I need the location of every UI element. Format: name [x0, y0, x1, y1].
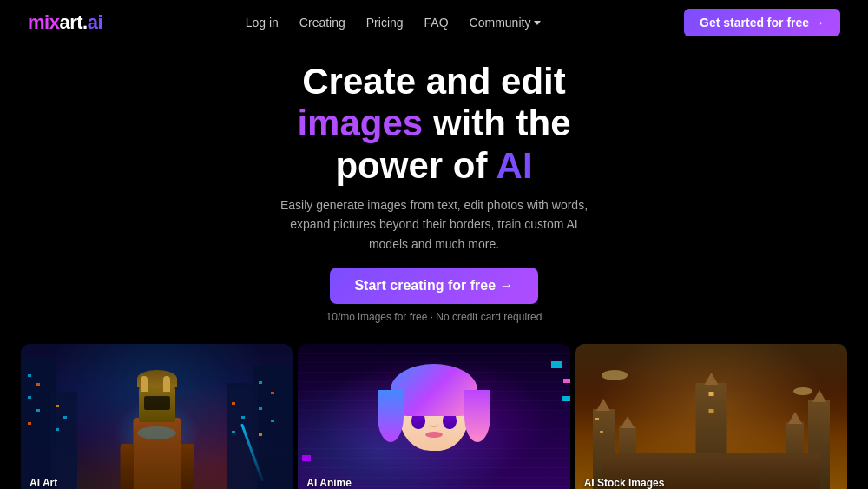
hero-headline: Create and edit images with the power of… — [17, 61, 851, 187]
logo-mix: mix — [28, 11, 59, 33]
samurai-helmet — [139, 383, 175, 422]
building-2 — [51, 392, 77, 489]
gallery-label-ai-art: AI Art — [30, 477, 57, 489]
building-4 — [227, 383, 258, 489]
gallery-item-ai-anime[interactable]: AI Anime — [298, 344, 569, 489]
hero-section: Create and edit images with the power of… — [0, 45, 868, 332]
gallery-label-ai-anime: AI Anime — [306, 477, 352, 489]
logo[interactable]: mixart.ai — [28, 11, 102, 34]
community-chevron-down-icon[interactable] — [534, 21, 541, 25]
get-started-button[interactable]: Get started for free → — [684, 9, 840, 36]
hero-note: 10/mo images for free · No credit card r… — [17, 311, 851, 323]
airship-2 — [793, 387, 812, 395]
building-1 — [21, 357, 56, 489]
headline-ai: AI — [496, 145, 533, 186]
nav-links: Log in Creating Pricing FAQ Community — [246, 15, 542, 30]
headline-part2: with the — [433, 102, 571, 143]
gallery-item-ai-art[interactable]: AI Art — [21, 344, 293, 489]
headline-part1: Create and edit — [302, 61, 565, 102]
nav-community[interactable]: Community — [470, 16, 531, 30]
logo-art: art — [59, 11, 82, 33]
nav-login[interactable]: Log in — [246, 16, 279, 30]
airship-1 — [602, 370, 628, 380]
gallery-label-ai-stock: AI Stock Images — [584, 477, 665, 489]
gallery-item-ai-stock[interactable]: AI Stock Images — [575, 344, 847, 489]
nav-pricing[interactable]: Pricing — [366, 16, 404, 30]
samurai-body — [133, 418, 181, 489]
anime-hair — [391, 364, 477, 416]
samurai-figure — [118, 370, 196, 489]
navbar: mixart.ai Log in Creating Pricing FAQ Co… — [0, 0, 868, 45]
start-creating-button[interactable]: Start creating for free → — [330, 268, 537, 304]
logo-ai: ai — [88, 11, 102, 33]
headline-part3: power of — [335, 145, 496, 186]
gallery: AI Art AI Anime — [0, 332, 868, 489]
headline-highlight: images — [297, 102, 423, 143]
nav-faq[interactable]: FAQ — [424, 16, 449, 30]
nav-creating[interactable]: Creating — [299, 16, 345, 30]
hero-subtitle: Easily generate images from text, edit p… — [269, 195, 599, 254]
